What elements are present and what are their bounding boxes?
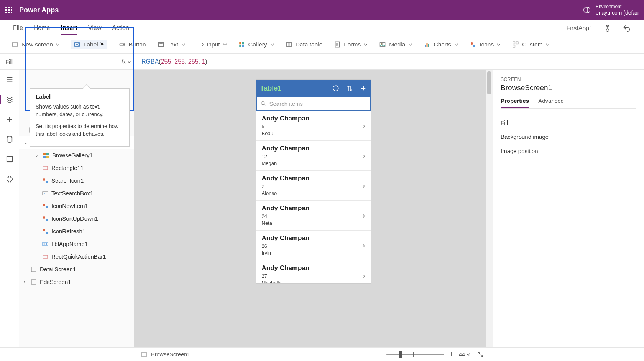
props-tab-properties[interactable]: Properties <box>501 97 529 108</box>
menu-tab-view[interactable]: View <box>88 25 101 35</box>
media-rail-icon[interactable] <box>5 155 14 163</box>
item-name: Andy Champan <box>262 234 310 242</box>
svg-rect-7 <box>242 42 244 44</box>
svg-rect-41 <box>43 255 48 258</box>
prop-bgimage[interactable]: Background image <box>501 130 636 144</box>
canvas-scrollbar[interactable] <box>486 70 493 347</box>
list-item[interactable]: Andy Champan26Irvin› <box>256 231 371 260</box>
forms-dropdown[interactable]: Forms <box>334 41 368 48</box>
input-dropdown[interactable]: Input <box>197 41 227 48</box>
chevron-down-icon: ⌄ <box>24 140 28 145</box>
formula-input[interactable]: RGBA(255, 255, 255, 1) <box>136 54 644 69</box>
menu-tab-file[interactable]: File <box>13 25 23 35</box>
new-screen-button[interactable]: New screen <box>12 41 60 48</box>
waffle-icon[interactable] <box>5 7 12 13</box>
hamburger-icon[interactable] <box>5 75 14 84</box>
charts-dropdown[interactable]: Charts <box>424 41 458 48</box>
tree-search-icon[interactable]: SearchIcon1 <box>19 174 134 187</box>
svg-rect-32 <box>46 181 48 183</box>
property-selector[interactable]: Fill <box>0 54 117 69</box>
list-item[interactable]: Andy Champan5Beau› <box>256 111 371 141</box>
zoom-in-button[interactable]: + <box>449 350 453 358</box>
data-rail-icon[interactable] <box>5 135 14 143</box>
chevron-down-icon <box>546 43 550 46</box>
prop-imgpos[interactable]: Image position <box>501 144 636 158</box>
button-button[interactable]: Button <box>119 41 146 48</box>
tree-screen-edit[interactable]: › EditScreen1 <box>19 275 134 288</box>
phone-search[interactable]: Search items <box>256 96 371 111</box>
list-item[interactable]: Andy Champan24Neta› <box>256 201 371 231</box>
list-item[interactable]: Andy Champan21Alonso› <box>256 171 371 201</box>
item-name: Andy Champan <box>262 204 310 212</box>
item-name: Andy Champan <box>262 175 310 182</box>
refresh-icon[interactable] <box>332 85 339 92</box>
prop-fill[interactable]: Fill <box>501 115 636 130</box>
item-sub: Megan <box>262 160 310 167</box>
tree-screen-detail[interactable]: › DetailScreen1 <box>19 263 134 275</box>
screen-icon <box>31 279 37 285</box>
new-screen-label: New screen <box>21 41 53 48</box>
insert-rail-icon[interactable] <box>5 115 14 124</box>
forms-label: Forms <box>344 41 361 48</box>
tree-item-label: SearchIcon1 <box>51 177 84 184</box>
add-icon[interactable] <box>360 85 367 92</box>
tree-lblappname[interactable]: LblAppName1 <box>19 237 134 250</box>
item-sub: Alonso <box>262 190 310 197</box>
canvas[interactable]: Table1 Search items Andy Champan5Beau› A… <box>134 70 493 347</box>
tree-rectquickaction[interactable]: RectQuickActionBar1 <box>19 250 134 263</box>
custom-dropdown[interactable]: Custom <box>512 41 549 48</box>
fullscreen-icon[interactable] <box>477 351 484 358</box>
text-dropdown[interactable]: Text <box>158 41 185 48</box>
data-table-button[interactable]: Data table <box>286 41 323 48</box>
app-name-label[interactable]: FirstApp1 <box>567 25 593 32</box>
chevron-down-icon <box>223 43 227 46</box>
tree-iconsort[interactable]: IconSortUpDown1 <box>19 212 134 225</box>
tree-item-label: IconRefresh1 <box>51 228 85 234</box>
tree-item-label: TextSearchBox1 <box>51 190 93 196</box>
tree-view-icon[interactable] <box>0 95 14 104</box>
fx-button[interactable]: fx <box>117 54 136 69</box>
icons-dropdown[interactable]: Icons <box>470 41 501 48</box>
svg-rect-8 <box>239 45 241 47</box>
tooltip-line1: Shows values such as text, numbers, date… <box>36 103 124 119</box>
charts-icon <box>424 41 430 48</box>
tree-rect11[interactable]: Rectangle11 <box>19 162 134 174</box>
list-item[interactable]: Andy Champan27Mechelle› <box>256 260 371 283</box>
label-button[interactable]: Label <box>71 40 107 49</box>
media-icon <box>379 41 386 48</box>
tree-textsearchbox[interactable]: TextSearchBox1 <box>19 187 134 199</box>
menu-tab-insert[interactable]: Insert <box>61 25 77 35</box>
menu-tab-action[interactable]: Action <box>112 25 129 35</box>
svg-rect-18 <box>473 45 475 46</box>
tree-iconrefresh[interactable]: IconRefresh1 <box>19 225 134 237</box>
sort-icon[interactable] <box>346 85 353 92</box>
advanced-rail-icon[interactable] <box>5 175 14 183</box>
chevron-right-icon: › <box>363 121 365 130</box>
menu-tab-home[interactable]: Home <box>34 25 50 35</box>
app-checker-icon[interactable] <box>603 24 612 33</box>
item-sub: Neta <box>262 220 310 227</box>
media-dropdown[interactable]: Media <box>379 41 412 48</box>
textbox-icon <box>42 190 48 196</box>
zoom-out-button[interactable]: − <box>377 350 381 358</box>
tree-gallery[interactable]: › BrowseGallery1 <box>19 149 134 162</box>
list-item[interactable]: Andy Champan12Megan› <box>256 141 371 171</box>
svg-point-34 <box>43 204 45 206</box>
formula-arg-2: 255 <box>188 58 199 65</box>
environment-icon <box>583 6 591 14</box>
zoom-slider[interactable] <box>386 354 444 355</box>
props-tab-advanced[interactable]: Advanced <box>538 97 564 108</box>
item-num: 21 <box>262 183 310 190</box>
svg-rect-15 <box>427 43 428 47</box>
svg-rect-35 <box>46 206 48 208</box>
phone-list: Andy Champan5Beau› Andy Champan12Megan› … <box>256 111 371 283</box>
props-section: SCREEN <box>501 77 636 82</box>
tree-iconnewitem[interactable]: IconNewItem1 <box>19 199 134 212</box>
undo-icon[interactable] <box>623 24 631 33</box>
chevron-down-icon <box>127 60 131 64</box>
gallery-dropdown[interactable]: Gallery <box>238 41 274 48</box>
item-name: Andy Champan <box>262 115 310 122</box>
custom-icon <box>512 41 519 48</box>
icons-icon <box>470 41 476 48</box>
new-screen-icon <box>12 41 18 48</box>
